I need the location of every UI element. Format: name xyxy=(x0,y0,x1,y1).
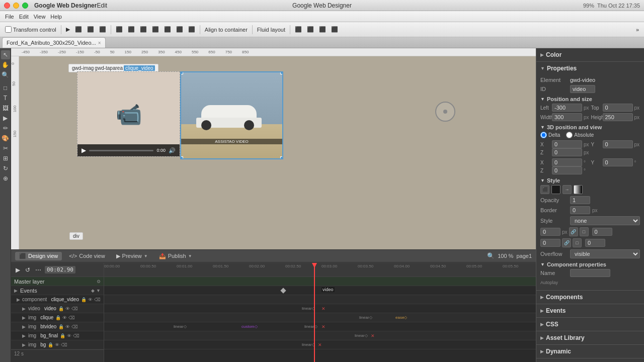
style-btn2[interactable]: □ xyxy=(573,238,582,247)
handle-tr[interactable] xyxy=(280,71,283,74)
hand-tool[interactable]: ✋ xyxy=(1,60,10,69)
pointer-tool[interactable]: ↖ xyxy=(1,50,10,59)
zoom-tool[interactable]: 🔍 xyxy=(1,70,10,79)
handle-tl[interactable] xyxy=(180,71,183,74)
tab-close-button[interactable]: × xyxy=(98,40,101,46)
loop-btn[interactable]: ↺ xyxy=(24,265,32,275)
align-left[interactable]: ⬛ xyxy=(73,24,84,35)
video-kf-x[interactable]: ✕ xyxy=(321,306,326,311)
style-val4[interactable] xyxy=(585,239,605,247)
bgfinal-eye-icon[interactable]: 👁 xyxy=(67,333,71,338)
minimize-button[interactable] xyxy=(13,3,19,9)
gradient-arrow-icon[interactable]: → xyxy=(562,185,572,194)
video-expand-icon[interactable]: ▶ xyxy=(22,306,26,311)
css-header[interactable]: ▶ CSS xyxy=(536,318,644,331)
btvideo-kf3[interactable]: linear◇ xyxy=(303,324,319,329)
opacity-input[interactable] xyxy=(570,196,590,204)
events-expand-icon[interactable]: ▶ xyxy=(14,288,18,293)
3d-position-header[interactable]: ▼ 3D position and view xyxy=(540,124,640,130)
bg-color-box[interactable] xyxy=(551,185,560,194)
style-val1[interactable] xyxy=(540,228,560,236)
text-tool[interactable]: T xyxy=(1,94,10,103)
style-btn1[interactable]: □ xyxy=(580,227,589,236)
handle-bl[interactable] xyxy=(180,156,183,159)
z2-input[interactable] xyxy=(552,166,582,174)
color-header[interactable]: ▶ Color xyxy=(536,48,644,61)
rotate-tool[interactable]: ↻ xyxy=(1,164,10,173)
height-input[interactable] xyxy=(603,113,633,121)
transform-control-checkbox[interactable]: Transform control xyxy=(3,26,58,33)
code-view-tab[interactable]: </> Code view xyxy=(65,252,109,260)
search-icon[interactable]: 🔍 xyxy=(487,252,495,259)
dist-h[interactable]: ⬛ xyxy=(174,24,185,35)
progress-bar[interactable] xyxy=(89,150,153,151)
component-delete-icon[interactable]: ⌫ xyxy=(94,297,101,302)
bgfinal-expand-icon[interactable]: ▶ xyxy=(22,333,26,338)
timeline-menu-btn[interactable]: ⋯ xyxy=(34,265,43,275)
close-button[interactable] xyxy=(4,3,10,9)
align-center-h[interactable]: ⬛ xyxy=(85,24,96,35)
dist-v[interactable]: ⬛ xyxy=(186,24,197,35)
video-delete-icon[interactable]: ⌫ xyxy=(71,306,78,311)
delta-radio-label[interactable]: Delta xyxy=(540,132,560,138)
bgfinal-lock-icon[interactable]: 🔒 xyxy=(60,333,65,338)
absolute-radio[interactable] xyxy=(566,132,573,138)
clique-eye-icon[interactable]: 👁 xyxy=(62,315,67,320)
left-input[interactable] xyxy=(552,104,582,112)
properties-header[interactable]: ▼ Properties xyxy=(536,62,644,75)
menu-help[interactable]: Help xyxy=(48,11,64,22)
magnify-tool[interactable]: ⊕ xyxy=(1,174,10,183)
events-diamond-icon[interactable]: ◆ xyxy=(91,288,95,293)
expand-btn[interactable]: » xyxy=(634,24,641,35)
paint-tool[interactable]: 🎨 xyxy=(1,134,10,143)
align-bottom[interactable]: ⬛ xyxy=(138,24,149,35)
menu-file[interactable]: File xyxy=(3,11,16,22)
crop-tool[interactable]: ✂ xyxy=(1,144,10,153)
width-input[interactable] xyxy=(552,113,582,121)
publish-tab[interactable]: 📤 Publish ▼ xyxy=(155,252,196,260)
border-input[interactable] xyxy=(570,206,590,214)
style-style-select[interactable]: none solid dashed xyxy=(570,216,640,225)
video-element[interactable]: ASSISTAO VIDEO xyxy=(180,71,283,159)
style-val2[interactable] xyxy=(592,228,612,236)
playhead[interactable] xyxy=(314,263,315,362)
flip-v[interactable]: ⬛ xyxy=(162,24,173,35)
x2-input[interactable] xyxy=(552,158,582,166)
component-eye-icon[interactable]: 👁 xyxy=(88,297,93,302)
volume-icon[interactable]: 🔊 xyxy=(169,147,176,154)
pen-tool[interactable]: ✏ xyxy=(1,124,10,133)
clique-lock-icon[interactable]: 🔒 xyxy=(55,315,61,320)
style-link-icon2[interactable]: 🔗 xyxy=(562,238,571,247)
video-tool[interactable]: ▶ xyxy=(1,114,10,123)
bgfinal-kf1[interactable]: linear◇ xyxy=(353,333,369,338)
handle-br[interactable] xyxy=(280,156,283,159)
bg-eye-icon[interactable]: 👁 xyxy=(55,342,59,347)
tool-extra2[interactable]: ⬛ xyxy=(305,24,316,35)
btvideo-expand-icon[interactable]: ▶ xyxy=(22,324,26,329)
style-header[interactable]: ▼ Style xyxy=(540,177,640,184)
video-controls-bar[interactable]: ▶ 0:00 🔊 xyxy=(77,144,180,156)
clique-kf1[interactable]: linear◇ xyxy=(358,315,374,320)
flip-h[interactable]: ⬛ xyxy=(150,24,161,35)
comp-props-header[interactable]: ▼ Component properties xyxy=(540,261,640,267)
clique-kf2[interactable]: ease◇ xyxy=(394,315,409,320)
menu-view[interactable]: View xyxy=(32,11,48,22)
comp-name-input[interactable] xyxy=(570,269,610,277)
btvideo-delete-icon[interactable]: ⌫ xyxy=(71,324,78,329)
design-view-tab[interactable]: ⬛ Design view xyxy=(15,252,62,260)
component-tool[interactable]: ⊞ xyxy=(1,154,10,163)
component-lock-icon[interactable]: 🔒 xyxy=(81,297,87,302)
bg-kf-x[interactable]: ✕ xyxy=(318,342,322,347)
align-top[interactable]: ⬛ xyxy=(114,24,125,35)
bgfinal-kf-x[interactable]: ✕ xyxy=(371,333,375,338)
shape-tool[interactable]: □ xyxy=(1,83,10,93)
bg-delete-icon[interactable]: ⌫ xyxy=(61,342,67,347)
components-header[interactable]: ▶ Components xyxy=(536,291,644,304)
preview-tab[interactable]: ▶ Preview ▼ xyxy=(112,252,152,260)
position-size-header[interactable]: ▼ Position and size xyxy=(540,96,640,102)
btvideo-kf-x[interactable]: ✕ xyxy=(321,324,326,329)
align-right[interactable]: ⬛ xyxy=(97,24,108,35)
asset-library-header[interactable]: ▶ Asset Library xyxy=(536,331,644,344)
y2-input[interactable] xyxy=(603,158,633,166)
btvideo-eye-icon[interactable]: 👁 xyxy=(65,324,70,329)
